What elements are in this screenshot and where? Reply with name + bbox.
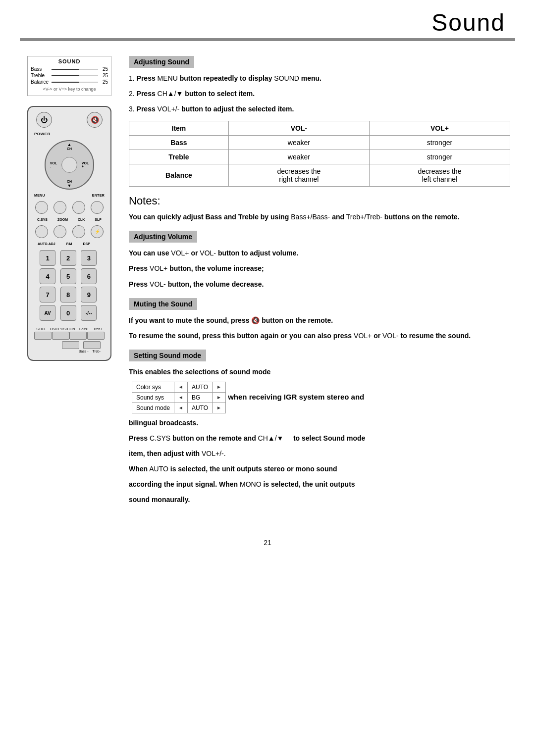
num-2-button[interactable]: 2 xyxy=(60,250,76,266)
extra-btns-row2 xyxy=(34,341,105,349)
num-0-button[interactable]: 0 xyxy=(60,305,76,321)
still-button[interactable] xyxy=(34,332,52,340)
auto-adj-label: AUTO.ADJ xyxy=(38,242,55,246)
ssm-para2-bold2: button on the remote and xyxy=(172,434,256,442)
ssm-para2: Press C.SYS button on the remote and CH▲… xyxy=(129,433,510,444)
vol-line1-bold: You can use xyxy=(129,249,169,257)
step1-bold2: button repeatedly to display xyxy=(180,74,272,82)
bass-plus-button[interactable] xyxy=(69,332,87,340)
mute-line2: To resume the sound, press this button a… xyxy=(129,330,510,342)
clk-button[interactable] xyxy=(72,201,85,214)
csys-button[interactable] xyxy=(35,201,48,214)
zoom-button[interactable] xyxy=(54,201,66,214)
vol-line1-bold2: or xyxy=(191,249,198,257)
balance-fill xyxy=(52,82,79,83)
vol-plus-button[interactable]: VOL+ xyxy=(78,161,92,169)
mute-button[interactable]: 🔇 xyxy=(87,112,103,128)
ssm-para2-bold: Press xyxy=(129,434,148,442)
dsp-button[interactable] xyxy=(72,225,85,238)
main-content: SOUND Bass 25 Treble 25 xyxy=(0,51,535,529)
nav-center[interactable] xyxy=(61,157,77,173)
ch-down-label: ▼ xyxy=(67,183,72,188)
ch-up-ch-label: CH xyxy=(67,147,72,151)
balance-vol-minus: decreases theright channel xyxy=(228,164,369,187)
muting-sound-heading: Muting the Sound xyxy=(129,298,197,310)
ssm-bilingual: bilingual broadcasts. xyxy=(129,417,510,429)
csys-sound-mode-value: AUTO xyxy=(187,403,212,413)
ch-down-button[interactable]: CH ▼ xyxy=(62,180,76,188)
zoom-label: ZOOM xyxy=(57,218,68,221)
bass-value: 25 xyxy=(100,66,108,72)
osd-pos-button[interactable] xyxy=(52,332,69,340)
extra-labels-bottom: Bass - Treb- xyxy=(34,350,105,353)
step2: 2. Press CH▲/▼ button to select item. xyxy=(129,88,510,100)
page-num-text: 21 xyxy=(264,539,271,547)
table-row-balance: Balance decreases theright channel decre… xyxy=(129,164,510,187)
ssm-para3b: according the input signal. When MONO is… xyxy=(129,479,510,490)
num-8-button[interactable]: 8 xyxy=(60,287,76,302)
power-button[interactable]: ⏻ xyxy=(36,112,52,128)
mute-line1: If you want to mute the sound, press 🔇 b… xyxy=(129,315,510,326)
enter-label: ENTER xyxy=(92,194,105,197)
vol-plus-label: VOL+ xyxy=(82,161,89,168)
num-5-button[interactable]: 5 xyxy=(60,268,76,284)
treb-minus-button[interactable] xyxy=(83,341,101,349)
treb-plus-button[interactable] xyxy=(87,332,105,340)
cable-button[interactable]: ⚡ xyxy=(91,225,104,238)
num-4-button[interactable]: 4 xyxy=(40,268,55,284)
step2-bold2: button to select item. xyxy=(185,90,255,98)
csys-color-sys-left: ◄ xyxy=(174,382,188,392)
step1: 1. Press MENU button repeatedly to displ… xyxy=(129,73,510,84)
bass-vol-plus: stronger xyxy=(369,136,510,150)
num-9-button[interactable]: 9 xyxy=(81,287,97,302)
ssm-para2b-bold: item, then adjust with xyxy=(129,450,200,457)
pm-button[interactable] xyxy=(54,225,66,238)
extra-btns-row1 xyxy=(34,332,105,340)
treb-minus-label: Treb- xyxy=(93,350,101,353)
notes-bold2: and xyxy=(332,213,344,221)
av-button[interactable]: AV xyxy=(40,305,55,321)
csys-label: C.SYS xyxy=(37,218,48,221)
header-rule xyxy=(20,38,515,41)
balance-label: Balance xyxy=(31,79,50,85)
dash-button[interactable]: -/-- xyxy=(81,305,97,321)
auto-adj-button[interactable] xyxy=(35,225,48,238)
vol-minus-button[interactable]: VOL- xyxy=(47,161,60,169)
remote-control: ⏻ 🔇 POWER ▲ CH CH ▼ VOL- xyxy=(27,106,111,361)
vol-line3-bold: Press xyxy=(129,280,148,288)
numpad: 1 2 3 4 5 6 7 8 9 AV 0 -/-- xyxy=(40,250,99,321)
balance-vol-plus: decreases theleft channel xyxy=(369,164,510,187)
notes-bold: You can quickly adjust Bass and Treble b… xyxy=(129,213,289,221)
step2-bold: Press xyxy=(137,90,156,98)
bass-vol-minus: weaker xyxy=(228,136,369,150)
ch-up-button[interactable]: ▲ CH xyxy=(62,142,76,150)
num-3-button[interactable]: 3 xyxy=(81,250,97,266)
notes-bold3: buttons on the remote. xyxy=(384,213,460,221)
right-column: Adjusting Sound 1. Press MENU button rep… xyxy=(129,56,510,514)
icon-row-1 xyxy=(32,201,107,214)
num-6-button[interactable]: 6 xyxy=(81,268,97,284)
page-header: Sound xyxy=(0,0,535,36)
num-7-button[interactable]: 7 xyxy=(40,287,55,302)
csys-table: Color sys ◄ AUTO ► Sound sys ◄ BG ► xyxy=(132,382,226,413)
ssm-para3b-bold: according the input signal. When xyxy=(129,480,238,488)
icon-labels-2: AUTO.ADJ P.M DSP xyxy=(32,242,107,246)
mute-line2-bold: To resume the sound, press this button a… xyxy=(129,332,352,340)
treble-vol-minus: weaker xyxy=(228,150,369,164)
col-item-header: Item xyxy=(129,121,229,136)
slp-button[interactable] xyxy=(91,201,104,214)
vol-line1: You can use VOL+ or VOL- button to adjus… xyxy=(129,248,510,259)
num-1-button[interactable]: 1 xyxy=(40,250,55,266)
sound-menu-row-treble: Treble 25 xyxy=(31,73,108,78)
table-header-row: Item VOL- VOL+ xyxy=(129,121,510,136)
csys-row-3: Sound mode ◄ AUTO ► xyxy=(132,403,226,413)
clk-label: CLK xyxy=(78,218,85,221)
vol-line2-bold: Press xyxy=(129,264,148,272)
csys-sound-mode-label: Sound mode xyxy=(132,403,174,413)
adjusting-sound-section: Adjusting Sound 1. Press MENU button rep… xyxy=(129,56,510,187)
remote-top-row: ⏻ 🔇 xyxy=(32,112,107,128)
bass-minus-button[interactable] xyxy=(62,341,79,349)
step1-bold3: menu. xyxy=(301,74,321,82)
csys-row-2: Sound sys ◄ BG ► xyxy=(132,392,226,403)
ssm-para3b-bold2: is selected, the unit outputs xyxy=(263,480,355,488)
